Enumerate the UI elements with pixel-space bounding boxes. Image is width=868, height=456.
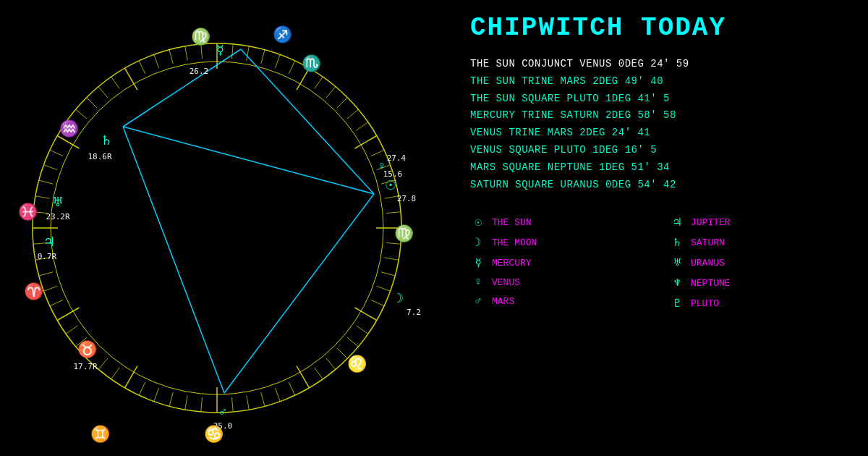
svg-line-30 — [326, 358, 336, 369]
svg-text:18.6R: 18.6R — [88, 152, 111, 161]
svg-line-67 — [111, 77, 119, 88]
svg-line-46 — [98, 358, 108, 369]
svg-line-64 — [76, 109, 87, 119]
svg-line-66 — [98, 87, 108, 98]
legend-item: ♆Neptune — [669, 276, 854, 290]
svg-line-53 — [39, 272, 53, 276]
planet-name: Mars — [492, 296, 514, 307]
svg-line-7 — [289, 61, 294, 74]
svg-line-77 — [123, 49, 241, 127]
aspect-item: Venus Trine Mars 2Deg 24' 41 — [470, 124, 854, 142]
svg-text:♉: ♉ — [77, 339, 98, 359]
planet-symbol: ♅ — [669, 256, 685, 270]
svg-line-72 — [185, 46, 187, 61]
svg-text:♐: ♐ — [273, 25, 293, 44]
svg-line-44 — [125, 366, 138, 388]
svg-line-76 — [123, 127, 224, 393]
svg-text:23.2R: 23.2R — [46, 212, 69, 221]
aspect-item: The Sun Trine Mars 2Deg 49' 40 — [470, 73, 854, 90]
svg-line-73 — [201, 44, 203, 59]
svg-line-31 — [315, 368, 323, 379]
svg-text:☉: ☉ — [385, 178, 396, 193]
svg-line-36 — [247, 395, 249, 410]
svg-text:7.2: 7.2 — [407, 308, 421, 317]
svg-line-14 — [355, 136, 377, 149]
svg-line-52 — [43, 286, 57, 291]
legend-item: ♃Jupiter — [669, 215, 854, 229]
app-title: ChipWitch Today — [470, 13, 854, 43]
legend-item: ♇Pluto — [669, 296, 854, 311]
svg-text:☿: ☿ — [216, 43, 224, 57]
svg-line-41 — [169, 392, 173, 406]
svg-line-62 — [57, 136, 79, 149]
svg-line-22 — [384, 258, 399, 260]
svg-line-68 — [125, 68, 138, 90]
svg-line-6 — [275, 54, 280, 68]
svg-line-34 — [275, 388, 280, 402]
svg-line-49 — [66, 326, 77, 334]
svg-text:17.7R: 17.7R — [73, 362, 97, 371]
svg-line-40 — [185, 395, 187, 410]
planet-name: Uranus — [691, 258, 725, 269]
aspect-item: The Sun Conjunct Venus 0Deg 24' 59 — [470, 56, 854, 73]
legend-item: ♀Venus — [470, 276, 655, 289]
svg-text:♄: ♄ — [101, 133, 112, 148]
svg-text:♍: ♍ — [394, 224, 414, 243]
svg-text:♈: ♈ — [24, 282, 44, 301]
svg-line-24 — [377, 286, 391, 291]
legend-item: ♂Mars — [470, 295, 655, 308]
planet-symbol: ☿ — [470, 256, 486, 270]
planet-name: Jupiter — [691, 217, 731, 228]
svg-line-5 — [261, 50, 265, 64]
svg-text:♅: ♅ — [52, 195, 64, 209]
svg-text:♏: ♏ — [302, 54, 322, 73]
svg-line-42 — [154, 388, 159, 402]
svg-line-39 — [201, 397, 203, 412]
svg-text:0.7R: 0.7R — [38, 252, 57, 261]
svg-line-74 — [123, 127, 374, 194]
svg-text:27.4: 27.4 — [387, 153, 407, 163]
svg-line-27 — [357, 326, 368, 334]
svg-text:♂: ♂ — [218, 405, 228, 419]
svg-line-26 — [355, 308, 377, 321]
svg-line-28 — [347, 337, 358, 347]
planet-name: Pluto — [691, 298, 719, 309]
svg-line-10 — [326, 87, 336, 98]
svg-line-70 — [154, 54, 159, 68]
legend-item: ☉The Sun — [470, 215, 655, 229]
planet-symbol: ♇ — [669, 296, 685, 311]
svg-line-33 — [289, 382, 294, 395]
legend-item: ☽The Moon — [470, 235, 655, 250]
svg-line-13 — [357, 122, 368, 130]
planet-name: Neptune — [691, 278, 731, 289]
info-panel: ChipWitch Today The Sun Conjunct Venus 0… — [456, 0, 868, 456]
svg-line-25 — [371, 300, 384, 305]
legend-item: ♄Saturn — [669, 235, 854, 250]
svg-line-35 — [261, 392, 265, 406]
svg-line-19 — [386, 212, 401, 214]
planet-symbol: ♄ — [669, 235, 685, 250]
svg-line-61 — [50, 150, 63, 156]
svg-text:♒: ♒ — [59, 119, 80, 138]
planet-name: The Moon — [492, 237, 537, 248]
svg-text:♍: ♍ — [191, 27, 211, 46]
svg-line-9 — [315, 77, 323, 88]
svg-line-59 — [39, 180, 53, 184]
aspect-list: The Sun Conjunct Venus 0Deg 24' 59The Su… — [470, 56, 854, 193]
svg-line-12 — [347, 109, 358, 119]
legend-item: ☿Mercury — [470, 256, 655, 270]
svg-line-45 — [111, 368, 119, 379]
planet-symbol: ♀ — [470, 276, 486, 289]
svg-line-11 — [337, 98, 347, 108]
svg-line-37 — [231, 397, 233, 412]
legend-item: ♅Uranus — [669, 256, 854, 270]
svg-line-69 — [139, 61, 145, 74]
svg-line-15 — [371, 150, 384, 156]
planet-name: Mercury — [492, 258, 532, 269]
aspect-item: The Sun Square Pluto 1Deg 41' 5 — [470, 90, 854, 108]
planet-symbol: ♂ — [470, 295, 486, 308]
svg-text:26.2: 26.2 — [190, 67, 209, 76]
svg-line-71 — [169, 50, 173, 64]
planet-name: The Sun — [492, 217, 532, 228]
svg-line-23 — [381, 272, 395, 276]
